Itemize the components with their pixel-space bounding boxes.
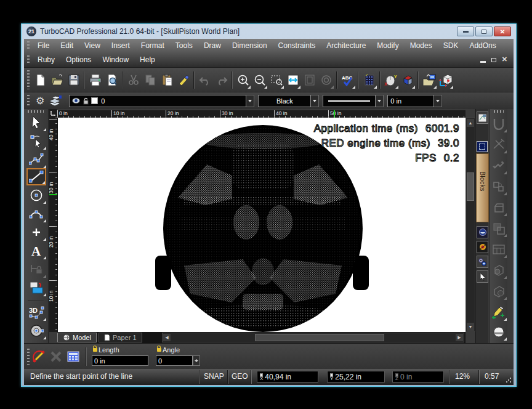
menu-constraints[interactable]: Constraints <box>273 39 321 53</box>
palette-tab-blocks[interactable]: Blocks <box>476 153 489 222</box>
angle-input[interactable] <box>156 355 193 366</box>
line-style-combo[interactable] <box>323 95 376 107</box>
tool-slice-solid[interactable] <box>491 262 506 279</box>
mdi-restore-button[interactable] <box>491 56 496 62</box>
tool-sphere[interactable] <box>26 322 46 339</box>
zoom-selection-button[interactable] <box>318 71 334 89</box>
mdi-close-button[interactable]: ✕ <box>502 55 507 63</box>
workspace-3d-axes-button[interactable] <box>437 71 454 89</box>
menu-help[interactable]: Help <box>134 53 161 67</box>
drafting-palette-button[interactable] <box>477 111 488 124</box>
print-preview-button[interactable] <box>103 71 120 89</box>
tool-arc[interactable] <box>26 205 46 222</box>
layers-icon[interactable] <box>48 95 64 107</box>
new-document-button[interactable] <box>32 71 49 89</box>
redo-button[interactable] <box>213 71 230 89</box>
tool-select[interactable] <box>26 114 46 131</box>
tool-point[interactable] <box>26 224 46 241</box>
menu-view[interactable]: View <box>79 39 106 53</box>
ruler-origin-button[interactable] <box>49 109 57 118</box>
selection-info-button[interactable] <box>477 270 488 283</box>
tool-overlap-faces[interactable] <box>491 220 506 237</box>
drag-grip[interactable] <box>27 349 30 365</box>
tool-sphere-primitive[interactable] <box>491 323 506 341</box>
zoom-full-view-button[interactable] <box>301 71 318 89</box>
minimize-button[interactable] <box>457 26 474 36</box>
menu-modify[interactable]: Modify <box>371 39 404 53</box>
geo-toggle[interactable]: GEO <box>232 372 248 381</box>
drag-grip[interactable] <box>27 95 30 107</box>
tool-table[interactable] <box>491 241 506 258</box>
tool-copy-entity[interactable] <box>491 178 506 195</box>
tool-polyline[interactable] <box>26 151 46 168</box>
paste-button[interactable] <box>158 71 175 89</box>
x-coordinate-field[interactable]: X 40,94 in <box>257 371 318 383</box>
zoom-out-button[interactable] <box>251 71 268 89</box>
scroll-right-button[interactable]: ▶ <box>456 334 463 341</box>
coordinate-mouse-button[interactable]: YX <box>382 71 399 89</box>
drag-grip[interactable] <box>27 55 30 65</box>
horizontal-scroll-thumb[interactable] <box>255 334 384 341</box>
tool-text[interactable]: A <box>26 242 46 259</box>
drag-grip[interactable] <box>494 110 504 113</box>
zoom-level[interactable]: 12% <box>455 372 470 381</box>
tool-hatch[interactable] <box>26 279 46 296</box>
menu-addons[interactable]: AddOns <box>464 39 501 53</box>
print-button[interactable] <box>87 71 103 89</box>
line-style-dropdown-arrow[interactable] <box>376 95 384 107</box>
length-input[interactable] <box>92 355 148 366</box>
resize-grip[interactable] <box>506 377 512 383</box>
angle-spinner[interactable] <box>193 355 200 366</box>
lock-icon[interactable] <box>157 348 161 352</box>
scroll-left-button[interactable]: ◀ <box>163 334 171 341</box>
menu-window[interactable]: Window <box>97 53 134 67</box>
render-material-button[interactable] <box>477 241 488 253</box>
color-dropdown-arrow[interactable] <box>311 95 319 107</box>
menu-tools[interactable]: Tools <box>170 39 198 53</box>
mdi-minimize-button[interactable] <box>480 56 486 63</box>
spell-check-button[interactable]: ABC <box>339 71 356 89</box>
scroll-down-button[interactable]: ▼ <box>467 323 474 331</box>
cancel-button[interactable] <box>49 350 63 363</box>
protractor-button[interactable] <box>31 350 46 363</box>
menu-sdk[interactable]: SDK <box>438 39 464 53</box>
menu-draw[interactable]: Draw <box>198 39 227 53</box>
view-cube-button[interactable] <box>399 71 416 89</box>
tool-circle[interactable] <box>26 187 46 204</box>
tab-paper-1[interactable]: Paper 1 <box>99 333 142 342</box>
pen-width-dropdown-arrow[interactable] <box>434 95 442 107</box>
zoom-window-button[interactable] <box>268 71 284 89</box>
menu-insert[interactable]: Insert <box>106 39 135 53</box>
tool-edit-node[interactable] <box>26 132 46 150</box>
drag-grip[interactable] <box>27 70 30 89</box>
tool-move[interactable] <box>491 157 506 174</box>
layer-dropdown-arrow[interactable] <box>246 95 254 107</box>
tool-weld[interactable] <box>491 115 506 132</box>
horizontal-ruler[interactable]: 0 in 10 in 20 in 30 in 40 in 50 in <box>57 110 465 118</box>
tool-line[interactable] <box>26 168 46 185</box>
menu-architecture[interactable]: Architecture <box>321 39 371 53</box>
format-painter-button[interactable] <box>175 71 191 89</box>
vertical-ruler[interactable]: 40 in 30 in 20 in 10 in <box>49 118 57 332</box>
zoom-extents-button[interactable] <box>284 71 301 89</box>
y-coordinate-field[interactable]: Y 25,22 in <box>327 371 385 383</box>
gear-icon[interactable]: ⚙ <box>36 95 44 107</box>
save-button[interactable] <box>65 71 82 89</box>
horizontal-scrollbar[interactable]: ◀ ▶ <box>162 333 464 342</box>
zoom-in-button[interactable] <box>235 71 251 89</box>
tool-extrude[interactable] <box>491 199 506 216</box>
menu-dimension[interactable]: Dimension <box>227 39 273 53</box>
menu-edit[interactable]: Edit <box>55 39 79 53</box>
vertical-scrollbar[interactable]: ▲ ▼ <box>465 118 475 332</box>
calculator-button[interactable] <box>66 350 81 363</box>
tool-trim[interactable] <box>491 136 506 153</box>
open-button[interactable] <box>49 71 65 89</box>
undo-button[interactable] <box>196 71 213 89</box>
blocks-palette-icon[interactable] <box>477 141 488 152</box>
layer-combo[interactable]: 0 <box>69 95 246 107</box>
z-coordinate-field[interactable]: Z 0 in <box>392 371 444 383</box>
lock-icon[interactable] <box>93 348 97 352</box>
copy-button[interactable] <box>142 71 158 89</box>
menu-ruby[interactable]: Ruby <box>32 53 60 67</box>
tab-model[interactable]: Model <box>57 333 97 342</box>
